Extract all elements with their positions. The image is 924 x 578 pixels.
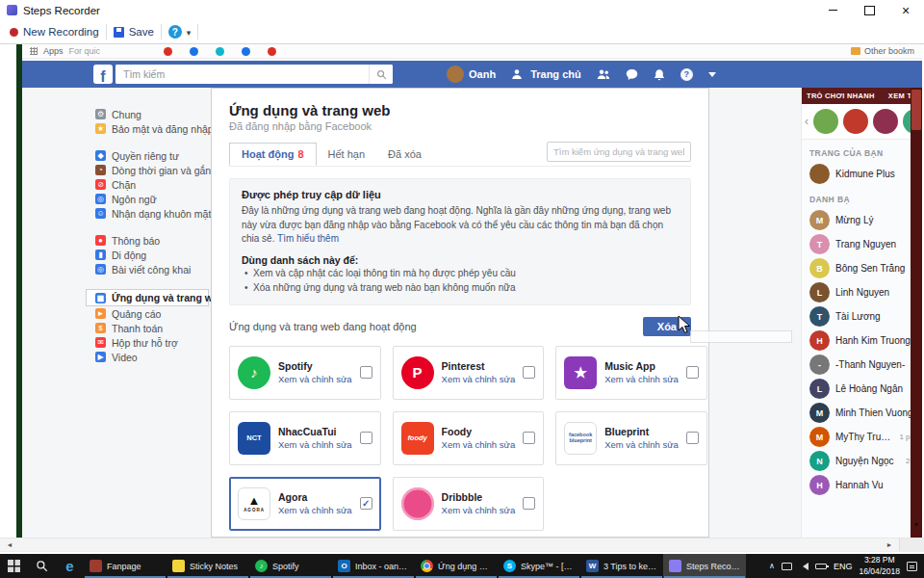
contact-row[interactable]: LLê Hoàng Ngân: [802, 377, 922, 401]
bookmark-favicon[interactable]: [242, 47, 250, 56]
edge-button[interactable]: e: [56, 554, 84, 578]
app-checkbox[interactable]: [360, 366, 372, 379]
contact-row[interactable]: HHannah Vu: [802, 473, 922, 497]
taskbar-app-spotify[interactable]: ♪Spotify: [249, 554, 332, 578]
app-checkbox[interactable]: [523, 366, 535, 379]
game-avatar[interactable]: [813, 109, 838, 134]
contact-row[interactable]: MMừng Lý: [802, 208, 922, 232]
game-avatar[interactable]: [873, 109, 898, 134]
app-card-spotify[interactable]: ♪SpotifyXem và chỉnh sửa: [229, 346, 381, 400]
app-card-dribbble[interactable]: DribbbleXem và chỉnh sửa: [393, 477, 545, 531]
contact-row[interactable]: MMinh Thien Vuong: [802, 401, 922, 425]
contact-row[interactable]: BBông Sen Trắng: [802, 256, 922, 280]
action-center-icon[interactable]: [907, 562, 917, 571]
taskbar-clock[interactable]: 3:28 PM 16/04/2018: [859, 555, 900, 576]
start-button[interactable]: [0, 554, 28, 578]
bookmark-favicon[interactable]: [268, 47, 276, 56]
view-edit-link[interactable]: Xem và chỉnh sửa: [278, 439, 352, 450]
app-checkbox[interactable]: [360, 432, 372, 444]
page-vertical-scrollbar[interactable]: [911, 88, 922, 538]
volume-icon[interactable]: [799, 563, 808, 570]
settings-nav-payments[interactable]: $Thanh toán: [91, 321, 207, 335]
settings-nav-privacy-lock[interactable]: ◆Quyền riêng tư: [91, 148, 207, 163]
tab-hoạt-động[interactable]: Hoạt động8: [229, 143, 317, 166]
bookmark-favicon[interactable]: [190, 47, 198, 56]
battery-icon[interactable]: [815, 564, 827, 569]
friend-requests-icon[interactable]: [511, 68, 523, 80]
save-button[interactable]: Save: [114, 26, 154, 38]
contact-row[interactable]: NNguyện Ngọc2g: [802, 449, 922, 473]
scroll-right-icon[interactable]: [882, 539, 897, 551]
profile-button[interactable]: Oanh: [447, 66, 496, 83]
app-card-music-app[interactable]: ★Music AppXem và chỉnh sửa: [555, 346, 707, 400]
contact-row[interactable]: TTrang Nguyen: [802, 232, 922, 256]
contact-row[interactable]: HHanh Kim Truong: [802, 328, 922, 353]
tab-hết-hạn[interactable]: Hết hạn: [317, 144, 377, 165]
bookmark-favicon[interactable]: [216, 47, 224, 56]
notifications-icon[interactable]: [654, 68, 665, 81]
settings-nav-public-posts[interactable]: ◎Bài viết công khai: [91, 262, 207, 276]
messenger-icon[interactable]: [626, 68, 638, 80]
taskbar-app-skype[interactable]: SSkype™ - [2]...: [498, 554, 580, 578]
facebook-search-input[interactable]: [116, 65, 369, 84]
contact-row[interactable]: MMyThy Truong1 ph: [802, 425, 922, 449]
maximize-button[interactable]: [851, 0, 887, 20]
app-card-foody[interactable]: foodyFoodyXem và chỉnh sửa: [393, 411, 545, 465]
hidden-icons-chevron[interactable]: [769, 562, 775, 570]
learn-more-link[interactable]: Tìm hiểu thêm: [277, 233, 339, 244]
app-card-pinterest[interactable]: PPinterestXem và chỉnh sửa: [393, 346, 545, 400]
help-menu-icon[interactable]: [680, 68, 693, 81]
scrollbar-thumb[interactable]: [911, 90, 921, 130]
help-menu-button[interactable]: [168, 25, 192, 39]
facebook-logo[interactable]: [93, 65, 113, 84]
view-edit-link[interactable]: Xem và chỉnh sửa: [442, 505, 516, 515]
apps-grid-icon[interactable]: [30, 47, 38, 55]
friends-icon[interactable]: [597, 68, 610, 80]
chevron-left-icon[interactable]: [805, 116, 808, 127]
horizontal-scrollbar[interactable]: [0, 538, 924, 552]
language-indicator[interactable]: ENG: [834, 562, 853, 571]
settings-nav-gear[interactable]: ⚙Chung: [91, 107, 207, 121]
account-menu-icon[interactable]: [708, 68, 716, 81]
view-edit-link[interactable]: Xem và chỉnh sửa: [278, 505, 352, 515]
settings-nav-language-globe[interactable]: ◎Ngôn ngữ: [91, 192, 207, 206]
close-button[interactable]: [887, 0, 924, 20]
settings-nav-timeline-clock[interactable]: ◔Dòng thời gian và gắn thẻ: [91, 163, 207, 177]
your-page-row[interactable]: Kidmune Plus: [802, 162, 922, 186]
game-avatar[interactable]: [843, 109, 868, 134]
contact-row[interactable]: TTài Lương: [802, 304, 922, 328]
view-edit-link[interactable]: Xem và chỉnh sửa: [442, 439, 516, 450]
view-edit-link[interactable]: Xem và chỉnh sửa: [442, 374, 516, 384]
other-bookmarks-button[interactable]: Other bookm: [851, 46, 914, 56]
taskbar-app-chrome[interactable]: Ứng dụng và t...: [415, 554, 498, 578]
minimize-button[interactable]: [814, 0, 851, 20]
app-checkbox[interactable]: [360, 497, 372, 510]
settings-nav-face-recognition[interactable]: ☺Nhận dạng khuôn mặt: [91, 206, 207, 221]
scroll-down-icon[interactable]: [911, 521, 922, 528]
taskbar-app-steps-recorder[interactable]: Steps Recorder: [663, 554, 746, 578]
taskbar-app-word[interactable]: W3 Tips to keep ...: [580, 554, 663, 578]
app-card-agora[interactable]: ▲AGORAAgoraXem và chỉnh sửa: [229, 477, 381, 531]
app-checkbox[interactable]: [686, 366, 699, 379]
settings-nav-mobile[interactable]: ▮Di động: [91, 248, 207, 262]
taskbar-app-sticky-notes[interactable]: Sticky Notes: [167, 554, 249, 578]
taskbar-app-outlook[interactable]: OInbox - oanhn...: [332, 554, 415, 578]
app-card-nhaccuatui[interactable]: NCTNhacCuaTuiXem và chỉnh sửa: [229, 411, 381, 465]
contact-row[interactable]: LLinh Nguyen: [802, 280, 922, 304]
bookmarks-apps-label[interactable]: Apps: [43, 46, 64, 56]
bookmark-favicon[interactable]: [164, 47, 172, 56]
settings-nav-notifications-bell[interactable]: ●Thông báo: [91, 233, 207, 248]
search-button[interactable]: [369, 65, 393, 84]
settings-nav-ads-megaphone[interactable]: ►Quảng cáo: [91, 306, 207, 321]
app-card-blueprint[interactable]: facebook blueprintBlueprintXem và chỉnh …: [555, 411, 707, 465]
app-checkbox[interactable]: [686, 432, 699, 444]
delete-apps-button[interactable]: Xóa: [643, 317, 691, 336]
app-checkbox[interactable]: [523, 432, 535, 444]
app-checkbox[interactable]: [523, 497, 535, 510]
settings-nav-block[interactable]: ⊘Chặn: [91, 177, 207, 192]
settings-nav-key[interactable]: ★Bảo mật và đăng nhập: [91, 121, 207, 136]
view-edit-link[interactable]: Xem và chỉnh sửa: [604, 439, 679, 450]
view-edit-link[interactable]: Xem và chỉnh sửa: [604, 374, 679, 384]
taskbar-search-button[interactable]: [28, 554, 56, 578]
settings-nav-video[interactable]: ▶Video: [91, 350, 207, 364]
